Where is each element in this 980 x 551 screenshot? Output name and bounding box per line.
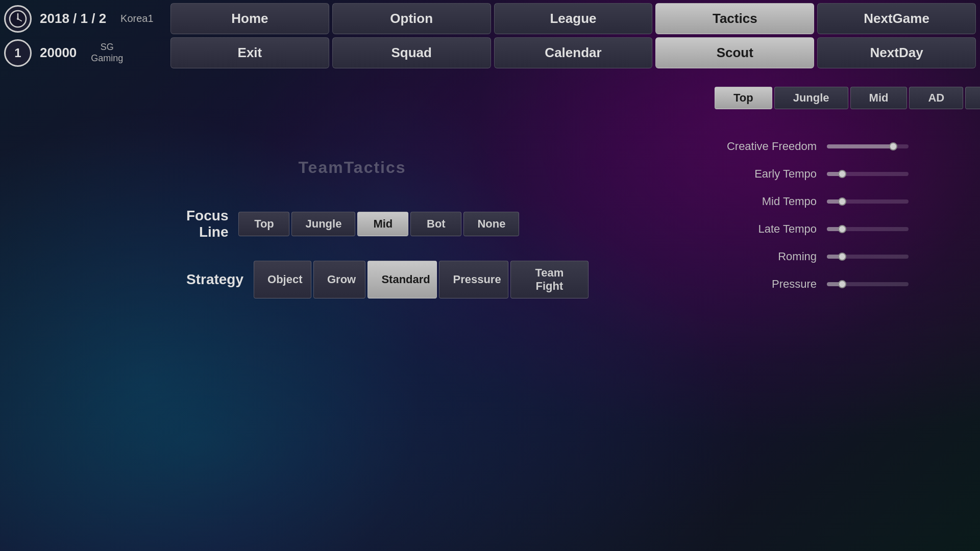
date-row: 2018 / 1 / 2 Korea1 xyxy=(4,3,167,34)
slider-roming[interactable] xyxy=(827,255,909,259)
strategy-btn-object[interactable]: Object xyxy=(254,261,311,298)
nav-btn-exit[interactable]: Exit xyxy=(170,37,329,68)
slider-row-late-tempo: Late Tempo xyxy=(715,222,970,236)
slider-row-pressure: Pressure xyxy=(715,278,970,291)
strategy-btn-standard[interactable]: Standard xyxy=(368,261,437,298)
focus-line-row: Focus Line TopJungleMidBotNone xyxy=(186,208,518,240)
focus-line-label: Focus Line xyxy=(186,208,228,240)
slider-early-tempo[interactable] xyxy=(827,172,909,176)
header-info: 2018 / 1 / 2 Korea1 1 20000 SG Gaming xyxy=(4,3,167,68)
slider-late-tempo[interactable] xyxy=(827,227,909,231)
money-row: 1 20000 SG Gaming xyxy=(4,37,167,68)
focus-btn-top[interactable]: Top xyxy=(238,212,289,236)
right-panel: TopJungleMidADSupt Creative FreedomEarly… xyxy=(715,77,970,319)
slider-row-roming: Roming xyxy=(715,250,970,263)
position-tabs: TopJungleMidADSupt xyxy=(715,87,980,109)
header-nav: HomeOptionLeagueTacticsNextGame ExitSqua… xyxy=(170,3,976,68)
nav-btn-home[interactable]: Home xyxy=(170,3,329,34)
pos-tab-top[interactable]: Top xyxy=(715,87,772,109)
strategy-section: Strategy ObjectGrowStandardPressureTeam … xyxy=(186,261,518,298)
strategy-btn-teamfight[interactable]: Team Fight xyxy=(510,261,589,298)
slider-row-early-tempo: Early Tempo xyxy=(715,167,970,181)
pos-tab-mid[interactable]: Mid xyxy=(850,87,908,109)
pos-tab-supt[interactable]: Supt xyxy=(965,87,980,109)
slider-label-pressure: Pressure xyxy=(715,278,817,291)
header: 2018 / 1 / 2 Korea1 1 20000 SG Gaming Ho… xyxy=(0,0,980,71)
slider-pressure[interactable] xyxy=(827,282,909,286)
nav-btn-calendar[interactable]: Calendar xyxy=(494,37,653,68)
slider-label-creative-freedom: Creative Freedom xyxy=(715,140,817,153)
strategy-row: Strategy ObjectGrowStandardPressureTeam … xyxy=(186,261,518,298)
clock-icon xyxy=(4,5,32,33)
left-panel: TeamTactics Focus Line TopJungleMidBotNo… xyxy=(10,77,694,319)
pos-tab-jungle[interactable]: Jungle xyxy=(774,87,848,109)
nav-btn-tactics[interactable]: Tactics xyxy=(655,3,814,34)
nav-btn-nextday[interactable]: NextDay xyxy=(817,37,976,68)
nav-btn-league[interactable]: League xyxy=(494,3,653,34)
focus-line-section: Focus Line TopJungleMidBotNone xyxy=(186,208,518,240)
focus-btn-mid[interactable]: Mid xyxy=(357,212,408,236)
slider-mid-tempo[interactable] xyxy=(827,199,909,204)
team-display: SG Gaming xyxy=(91,42,123,64)
nav-bottom-row: ExitSquadCalendarScoutNextDay xyxy=(170,37,976,68)
slider-label-late-tempo: Late Tempo xyxy=(715,222,817,236)
region-display: Korea1 xyxy=(120,13,154,24)
strategy-btn-pressure[interactable]: Pressure xyxy=(439,261,508,298)
strategy-label: Strategy xyxy=(186,271,243,288)
strategy-buttons: ObjectGrowStandardPressureTeam Fight xyxy=(254,261,589,298)
slider-row-mid-tempo: Mid Tempo xyxy=(715,195,970,208)
focus-btn-none[interactable]: None xyxy=(463,212,519,236)
team-tactics-title: TeamTactics xyxy=(298,158,406,177)
svg-point-3 xyxy=(17,18,19,20)
slider-creative-freedom[interactable] xyxy=(827,144,909,148)
main-content: TeamTactics Focus Line TopJungleMidBotNo… xyxy=(0,71,980,324)
focus-btn-bot[interactable]: Bot xyxy=(410,212,461,236)
slider-label-mid-tempo: Mid Tempo xyxy=(715,195,817,208)
strategy-btn-grow[interactable]: Grow xyxy=(313,261,365,298)
date-display: 2018 / 1 / 2 xyxy=(40,11,106,27)
round-badge: 1 xyxy=(4,39,32,67)
slider-row-creative-freedom: Creative Freedom xyxy=(715,140,970,153)
nav-btn-squad[interactable]: Squad xyxy=(332,37,491,68)
focus-btn-jungle[interactable]: Jungle xyxy=(291,212,355,236)
slider-label-early-tempo: Early Tempo xyxy=(715,167,817,181)
focus-line-buttons: TopJungleMidBotNone xyxy=(238,212,519,236)
sliders-section: Creative FreedomEarly TempoMid TempoLate… xyxy=(715,130,970,291)
nav-top-row: HomeOptionLeagueTacticsNextGame xyxy=(170,3,976,34)
nav-btn-nextgame[interactable]: NextGame xyxy=(817,3,976,34)
slider-label-roming: Roming xyxy=(715,250,817,263)
nav-btn-option[interactable]: Option xyxy=(332,3,491,34)
pos-tab-ad[interactable]: AD xyxy=(909,87,963,109)
nav-btn-scout[interactable]: Scout xyxy=(655,37,814,68)
money-display: 20000 xyxy=(40,45,77,61)
